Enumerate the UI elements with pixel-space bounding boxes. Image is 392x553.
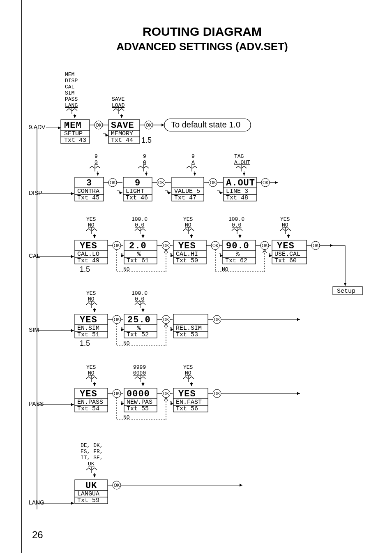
- svg-text:OK: OK: [114, 391, 120, 396]
- svg-rect-200: [173, 314, 208, 325]
- pass-node-3: YES EN.FAST Txt 56: [173, 388, 208, 412]
- svg-text:0000: 0000: [133, 370, 146, 376]
- title-line2: ADVANCED SETTINGS (ADV.SET): [29, 40, 376, 53]
- pass-node-2: 0000 NEW.PAS Txt 55: [124, 388, 157, 412]
- svg-text:OK: OK: [313, 243, 319, 248]
- svg-text:1.5: 1.5: [80, 265, 90, 273]
- svg-text:YES: YES: [86, 364, 96, 370]
- svg-text:OK: OK: [163, 317, 169, 322]
- svg-text:YES: YES: [86, 290, 96, 296]
- row-lang: LANG: [29, 499, 44, 506]
- adv-menu-hint: MEM DISP CAL SIM PASS LANG: [65, 72, 78, 118]
- svg-text:SAVE: SAVE: [111, 120, 134, 131]
- svg-text:NO: NO: [123, 414, 130, 421]
- svg-text:OK: OK: [114, 243, 120, 248]
- svg-text:100.0: 100.0: [131, 216, 148, 222]
- svg-text:0000: 0000: [127, 389, 150, 399]
- svg-text:Txt 60: Txt 60: [274, 257, 297, 264]
- cal-node-2: 2.0 % Txt 61: [124, 240, 157, 264]
- svg-text:Txt 44: Txt 44: [111, 137, 133, 144]
- page-title: ROUTING DIAGRAM ADVANCED SETTINGS (ADV.S…: [29, 25, 376, 53]
- svg-text:NO: NO: [88, 296, 95, 302]
- sim-node-1: YES EN.SIM Txt 51 1.5: [75, 314, 108, 347]
- svg-text:NEW.PAS: NEW.PAS: [127, 399, 152, 406]
- svg-text:25.0: 25.0: [127, 315, 151, 325]
- svg-text:SIM: SIM: [65, 90, 74, 96]
- disp-node-2: 9 LIGHT Txt 46: [123, 177, 152, 201]
- svg-text:0.0: 0.0: [232, 222, 241, 228]
- svg-text:MEM: MEM: [65, 72, 74, 78]
- disp-node-4: A.OUT LINE 3 Txt 48: [224, 177, 256, 201]
- disp-node-3: VALUE 5 Txt 47: [172, 177, 204, 201]
- svg-text:NO: NO: [88, 222, 95, 228]
- svg-text:OK: OK: [146, 123, 152, 127]
- svg-text:Txt 62: Txt 62: [225, 257, 247, 264]
- svg-text:UK: UK: [85, 481, 97, 491]
- svg-text:OK: OK: [96, 123, 102, 127]
- cal-node-3: YES CAL.HI Txt 50: [173, 240, 206, 264]
- svg-text:NO: NO: [185, 222, 191, 228]
- svg-text:OK: OK: [214, 317, 220, 322]
- svg-text:9: 9: [143, 153, 146, 160]
- row-sim: SIM: [29, 326, 39, 333]
- svg-text:OK: OK: [214, 391, 220, 396]
- svg-text:%: %: [137, 251, 141, 258]
- svg-text:OK: OK: [110, 180, 116, 185]
- svg-text:9999: 9999: [133, 364, 146, 370]
- svg-text:Txt 55: Txt 55: [127, 405, 149, 412]
- cal-node-5: YES USE.CAL Txt 60: [272, 240, 307, 264]
- svg-text:Txt 48: Txt 48: [226, 194, 248, 201]
- svg-text:YES: YES: [183, 364, 193, 370]
- svg-text:1.5: 1.5: [141, 136, 152, 144]
- svg-text:Txt 56: Txt 56: [176, 405, 198, 412]
- svg-text:NO: NO: [222, 266, 228, 273]
- svg-text:MEM: MEM: [64, 120, 82, 131]
- svg-text:SAVE: SAVE: [112, 96, 125, 102]
- svg-text:9: 9: [191, 153, 195, 160]
- svg-text:IT, SE,: IT, SE,: [81, 455, 103, 461]
- svg-text:ES, FR,: ES, FR,: [81, 449, 103, 455]
- svg-text:YES: YES: [178, 389, 196, 399]
- svg-text:Txt 47: Txt 47: [174, 194, 196, 201]
- svg-text:0: 0: [95, 160, 98, 166]
- svg-text:OK: OK: [210, 180, 216, 185]
- svg-text:UK: UK: [88, 461, 95, 467]
- svg-text:%: %: [137, 325, 141, 332]
- svg-text:YES: YES: [178, 241, 196, 251]
- svg-text:LANG: LANG: [65, 102, 78, 109]
- disp-node-1: 3 CONTRA Txt 45: [75, 177, 104, 201]
- disp-hint-3: 9 A: [187, 153, 197, 176]
- svg-text:YES: YES: [183, 216, 193, 222]
- svg-text:OK: OK: [114, 483, 120, 488]
- svg-text:YES: YES: [277, 241, 295, 251]
- row-disp: DISP: [29, 190, 42, 196]
- svg-text:PASS: PASS: [65, 96, 78, 102]
- svg-text:Txt 50: Txt 50: [176, 257, 198, 264]
- svg-text:LINE 3: LINE 3: [226, 188, 248, 195]
- svg-text:DE, DK,: DE, DK,: [81, 442, 103, 449]
- svg-text:2.0: 2.0: [129, 241, 147, 251]
- svg-text:A: A: [191, 160, 195, 166]
- cal-node-1: YES CAL.LO Txt 49 1.5: [75, 240, 108, 273]
- svg-text:NO: NO: [282, 222, 288, 228]
- svg-text:Txt 43: Txt 43: [64, 137, 86, 144]
- mem-node: MEM SETUP Txt 43: [61, 120, 90, 144]
- svg-text:OK: OK: [263, 180, 269, 185]
- svg-text:REL.SIM: REL.SIM: [176, 325, 202, 332]
- svg-text:OK: OK: [114, 317, 120, 322]
- svg-text:YES: YES: [80, 241, 97, 251]
- svg-text:Txt 53: Txt 53: [176, 331, 198, 338]
- svg-text:EN.SIM: EN.SIM: [77, 325, 99, 332]
- svg-text:Txt 51: Txt 51: [77, 331, 99, 338]
- svg-text:0.0: 0.0: [135, 222, 144, 228]
- pass-node-1: YES EN.PASS Txt 54: [75, 388, 108, 412]
- svg-text:Txt 46: Txt 46: [126, 194, 148, 201]
- svg-text:NO: NO: [88, 370, 95, 376]
- svg-text:%: %: [236, 251, 240, 258]
- svg-text:CONTRA: CONTRA: [77, 188, 99, 195]
- svg-text:OK: OK: [212, 243, 219, 248]
- svg-text:9: 9: [95, 153, 98, 160]
- svg-text:NO: NO: [123, 340, 130, 347]
- svg-text:SETUP: SETUP: [64, 130, 83, 137]
- disp-hint-4: TAG A.OUT: [234, 153, 250, 176]
